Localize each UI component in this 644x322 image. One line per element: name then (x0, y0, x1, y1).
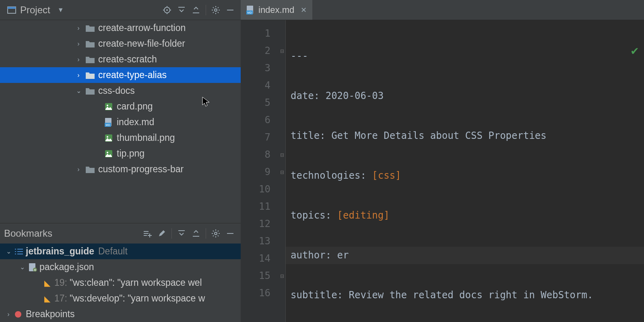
tree-label: create-scratch (98, 54, 157, 65)
svg-line-44 (218, 231, 219, 231)
close-tab-icon[interactable]: ✕ (301, 6, 307, 14)
tree-folder[interactable]: › create-arrow-function (0, 20, 241, 36)
svg-point-36 (215, 232, 217, 235)
project-view-dropdown-icon[interactable]: ▼ (58, 6, 64, 14)
svg-line-43 (213, 235, 214, 236)
bookmark-flag-icon: ◣ (44, 294, 50, 303)
tree-file[interactable]: card.png (0, 99, 241, 114)
svg-line-17 (213, 12, 214, 13)
tree-file[interactable]: MD index.md (0, 114, 241, 130)
chevron-right-icon[interactable]: › (72, 166, 85, 173)
inspection-ok-icon[interactable]: ✔ (630, 45, 639, 58)
image-file-icon (103, 134, 114, 142)
breakpoints-label: Breakpoints (26, 309, 74, 320)
bookmarks-tree[interactable]: ⌄ jetbrains_guide Default ⌄ ⚙ package.js… (0, 244, 241, 322)
line-number-gutter: 12345678910111213141516 (241, 20, 279, 322)
project-tool-header: Project ▼ (0, 0, 241, 20)
list-icon (14, 248, 26, 255)
svg-rect-1 (8, 7, 16, 9)
svg-line-15 (213, 7, 214, 8)
svg-text:MD: MD (106, 124, 110, 126)
bookmark-item[interactable]: ◣ 17: "ws:develop": "yarn workspace w (0, 291, 241, 306)
tree-label: index.md (117, 117, 154, 128)
tree-file[interactable]: thumbnail.png (0, 130, 241, 146)
editor-tab-bar: MD index.md ✕ (241, 0, 644, 20)
bookmark-group-name: jetbrains_guide (26, 246, 94, 257)
bookmark-group-tag: Default (98, 246, 128, 257)
folder-icon (85, 40, 96, 47)
image-file-icon (103, 103, 114, 111)
breakpoint-icon (14, 311, 26, 318)
svg-line-18 (218, 7, 219, 8)
hide-panel-icon[interactable] (223, 226, 237, 241)
tree-folder[interactable]: › create-new-file-folder (0, 36, 241, 52)
edit-icon[interactable] (155, 226, 169, 241)
tree-label: custom-progress-bar (98, 164, 184, 175)
tab-filename: index.md (258, 5, 294, 15)
divider (206, 228, 206, 239)
locate-file-icon[interactable] (160, 3, 174, 17)
editor-content[interactable]: --- date: 2020-06-03 title: Get More Det… (286, 20, 644, 322)
divider (171, 228, 172, 239)
chevron-right-icon[interactable]: › (2, 311, 14, 318)
svg-point-55 (15, 311, 21, 318)
folder-icon (85, 56, 96, 63)
editor-tab[interactable]: MD index.md ✕ (241, 0, 312, 20)
collapse-all-icon[interactable] (189, 226, 203, 241)
tree-folder[interactable]: › create-scratch (0, 52, 241, 67)
chevron-down-icon[interactable]: ⌄ (16, 263, 28, 271)
folder-icon (85, 166, 96, 173)
bookmark-item[interactable]: ◣ 19: "ws:clean": "yarn workspace wel (0, 275, 241, 291)
tree-folder[interactable]: › custom-progress-bar (0, 161, 241, 177)
tree-label: thumbnail.png (117, 132, 175, 143)
bookmark-flag-icon: ◣ (44, 278, 50, 288)
fold-column[interactable]: ⊟⊟⊟⊟ (279, 20, 286, 322)
markdown-file-icon: MD (103, 118, 114, 127)
svg-text:⚙: ⚙ (34, 268, 36, 271)
bookmark-file[interactable]: ⌄ ⚙ package.json (0, 259, 241, 275)
tree-label: css-docs (98, 85, 135, 96)
tree-label: card.png (117, 101, 153, 112)
folder-icon (85, 87, 96, 95)
svg-point-7 (166, 9, 168, 11)
expand-all-icon[interactable] (174, 226, 189, 241)
chevron-down-icon[interactable]: ⌄ (2, 248, 14, 255)
chevron-right-icon[interactable]: › (72, 25, 85, 32)
markdown-file-icon: MD (246, 6, 254, 14)
svg-point-10 (215, 9, 217, 11)
project-toolwindow-icon (7, 6, 16, 14)
json-file-icon: ⚙ (28, 263, 39, 272)
add-bookmark-icon[interactable] (140, 226, 155, 241)
project-title[interactable]: Project (20, 4, 50, 16)
svg-point-26 (107, 136, 108, 138)
bookmarks-header: Bookmarks (0, 223, 241, 244)
bookmark-file-name: package.json (39, 262, 94, 272)
settings-gear-icon[interactable] (208, 3, 223, 17)
chevron-right-icon[interactable]: › (72, 56, 85, 63)
collapse-all-icon[interactable] (189, 3, 203, 17)
chevron-right-icon[interactable]: › (72, 72, 85, 79)
bookmarks-panel: Bookmarks ⌄ (0, 223, 241, 322)
tree-label: create-new-file-folder (98, 38, 185, 49)
tree-label: create-type-alias (98, 70, 167, 80)
tree-folder[interactable]: ⌄ css-docs (0, 83, 241, 99)
tree-label: tip.png (117, 148, 144, 159)
editor-body[interactable]: 12345678910111213141516 ⊟⊟⊟⊟ --- date: 2… (241, 20, 644, 322)
tree-file[interactable]: tip.png (0, 146, 241, 161)
project-tree[interactable]: › create-arrow-function › create-new-fil… (0, 20, 241, 223)
bookmark-line: 17: (54, 293, 67, 304)
bookmark-group[interactable]: ⌄ jetbrains_guide Default (0, 244, 241, 259)
svg-point-28 (107, 152, 108, 153)
tree-folder-selected[interactable]: › create-type-alias (0, 67, 241, 83)
bookmark-text: "ws:clean": "yarn workspace wel (70, 277, 202, 288)
chevron-right-icon[interactable]: › (72, 40, 85, 47)
divider (206, 5, 206, 15)
expand-all-icon[interactable] (174, 3, 189, 17)
svg-line-42 (218, 235, 219, 236)
chevron-down-icon[interactable]: ⌄ (72, 87, 85, 95)
breakpoints-group[interactable]: › Breakpoints (0, 306, 241, 322)
svg-text:MD: MD (248, 11, 252, 14)
hide-panel-icon[interactable] (223, 3, 237, 17)
settings-gear-icon[interactable] (208, 226, 223, 241)
bookmark-line: 19: (54, 277, 67, 288)
